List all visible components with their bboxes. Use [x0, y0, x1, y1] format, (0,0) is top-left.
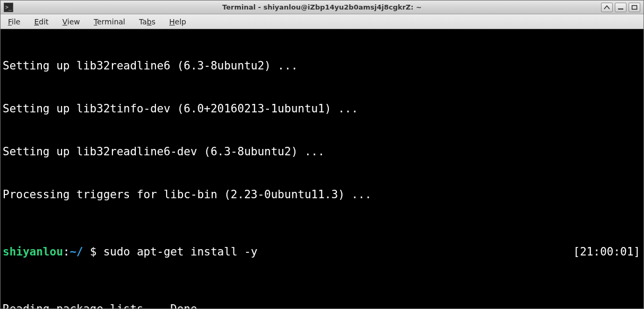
output-line: Processing triggers for libc-bin (2.23-0…	[3, 188, 641, 202]
prompt-line: shiyanlou:~/ $ sudo apt-get install -y […	[3, 245, 641, 259]
prompt-user: shiyanlou	[3, 245, 63, 258]
window-title: Terminal - shiyanlou@iZbp14yu2b0amsj4j8c…	[1, 3, 643, 11]
rollup-icon	[604, 5, 610, 10]
titlebar[interactable]: >_ Terminal - shiyanlou@iZbp14yu2b0amsj4…	[1, 1, 643, 14]
output-line: Setting up lib32readline6-dev (6.3-8ubun…	[3, 145, 641, 159]
prompt-path: ~/	[69, 245, 83, 258]
output-line: Reading package lists... Done	[3, 302, 641, 308]
minimize-icon	[617, 5, 624, 10]
window-controls	[601, 3, 643, 12]
terminal-app-icon: >_	[4, 3, 13, 12]
menu-file[interactable]: File	[5, 16, 23, 27]
command-text: sudo apt-get install -y	[103, 245, 258, 258]
maximize-icon	[631, 5, 638, 10]
terminal-viewport[interactable]: Setting up lib32readline6 (6.3-8ubuntu2)…	[1, 29, 643, 308]
menu-tabs[interactable]: Tabs	[136, 16, 159, 27]
minimize-button[interactable]	[615, 3, 626, 12]
maximize-button[interactable]	[629, 3, 640, 12]
menu-view[interactable]: View	[59, 16, 83, 27]
terminal-window: >_ Terminal - shiyanlou@iZbp14yu2b0amsj4…	[0, 0, 644, 309]
svg-rect-0	[618, 8, 623, 10]
output-line: Setting up lib32tinfo-dev (6.0+20160213-…	[3, 102, 641, 116]
output-line: Setting up lib32readline6 (6.3-8ubuntu2)…	[3, 59, 641, 73]
menubar: File Edit View Terminal Tabs Help	[1, 14, 643, 29]
timestamp: [21:00:01]	[573, 245, 641, 259]
rollup-button[interactable]	[601, 3, 613, 12]
menu-edit[interactable]: Edit	[31, 16, 51, 27]
svg-rect-1	[632, 5, 637, 9]
menu-help[interactable]: Help	[166, 16, 189, 27]
menu-terminal[interactable]: Terminal	[91, 16, 128, 27]
